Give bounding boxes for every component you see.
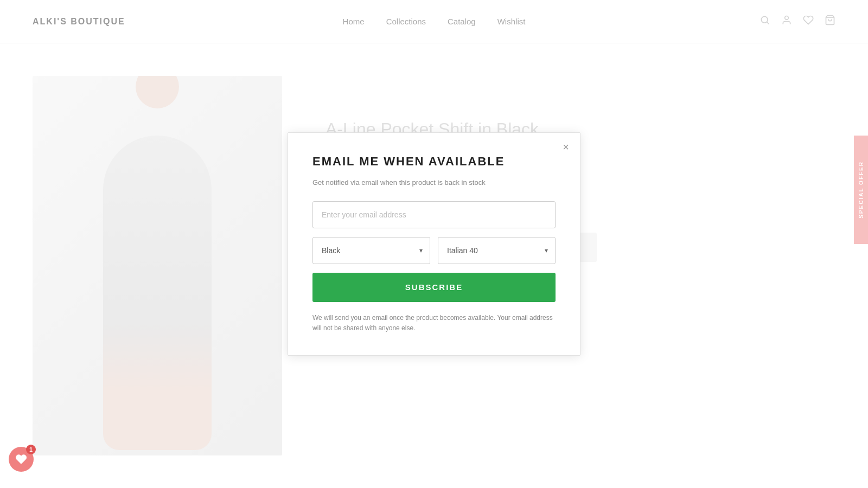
subscribe-button[interactable]: SUBSCRIBE <box>312 273 556 302</box>
color-select-wrapper: Black White Navy ▾ <box>312 237 430 264</box>
modal-subtitle: Get notified via email when this product… <box>312 177 556 188</box>
email-notify-modal: × EMAIL ME WHEN AVAILABLE Get notified v… <box>288 132 580 356</box>
wishlist-float-badge[interactable]: 1 <box>9 447 34 472</box>
size-select[interactable]: Italian 38 Italian 40 Italian 42 Italian… <box>438 237 556 264</box>
color-select[interactable]: Black White Navy <box>312 237 430 264</box>
modal-close-button[interactable]: × <box>563 142 569 152</box>
variant-selectors: Black White Navy ▾ Italian 38 Italian 40… <box>312 237 556 264</box>
modal-footer-text: We will send you an email once the produ… <box>312 313 556 333</box>
email-input[interactable] <box>312 201 556 228</box>
size-select-wrapper: Italian 38 Italian 40 Italian 42 Italian… <box>438 237 556 264</box>
modal-title: EMAIL ME WHEN AVAILABLE <box>312 155 556 169</box>
wishlist-count-badge: 1 <box>26 445 36 454</box>
